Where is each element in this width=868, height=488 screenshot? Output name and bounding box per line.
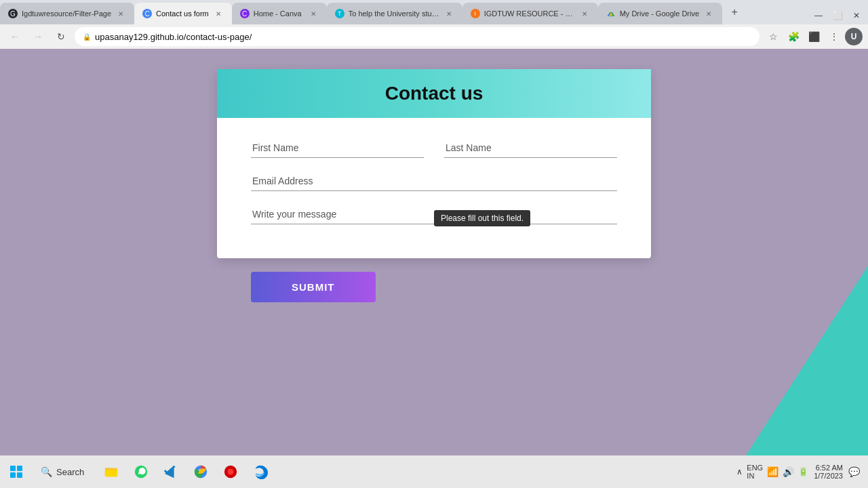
last-name-input[interactable] [444,138,617,158]
profile-sync-button[interactable]: ⬛ [804,27,823,46]
decorative-shape [746,266,868,455]
tab-close-5[interactable]: ✕ [579,8,590,19]
email-field-wrapper [251,171,617,191]
validation-tooltip: Please fill out this field. [434,210,530,226]
window-controls: — ⬜ ✕ [810,7,868,24]
lock-icon: 🔒 [83,33,91,41]
tab-close-6[interactable]: ✕ [703,8,714,19]
email-input[interactable] [251,171,617,191]
bookmark-button[interactable]: ☆ [764,27,783,46]
url-bar[interactable]: 🔒 upasanay129.github.io/contact-us-page/ [75,27,760,46]
tab-university[interactable]: T To help the University stud... ✕ [327,3,462,24]
form-header: Contact us [217,69,651,118]
name-row [251,138,617,158]
tab-favicon-2: C [142,9,152,18]
tab-close-1[interactable]: ✕ [115,8,126,19]
tab-title-4: To help the University stud... [349,9,439,18]
tab-close-2[interactable]: ✕ [213,8,224,19]
tab-favicon-3: C [240,9,250,18]
minimize-button[interactable]: — [810,7,827,24]
taskbar: 🔍 Search [0,455,868,488]
profile-avatar[interactable]: U [845,28,863,45]
tab-title-3: Home - Canva [254,9,304,18]
message-field-wrapper: Please fill out this field. [251,205,617,224]
windows-logo [10,466,22,478]
taskbar-chrome[interactable] [187,458,214,485]
extension-button[interactable]: 🧩 [784,27,803,46]
close-window-button[interactable]: ✕ [848,7,865,24]
search-icon: 🔍 [41,466,52,477]
form-body: Please fill out this field. [217,118,651,258]
address-bar: ← → ↻ 🔒 upasanay129.github.io/contact-us… [0,24,868,49]
svg-marker-3 [746,266,868,455]
tab-close-3[interactable]: ✕ [308,8,319,19]
form-title: Contact us [244,83,624,104]
last-name-field [444,138,617,158]
time: 6:52 AM [816,464,843,472]
taskbar-edge[interactable] [247,458,274,485]
taskbar-vscode[interactable] [157,458,184,485]
contact-form-card: Contact us Please fill out this fie [217,69,651,258]
taskbar-right: ∧ ENGIN 📶 🔊 🔋 6:52 AM 1/7/2023 💬 [736,464,868,480]
tab-title-2: Contact us form [156,9,209,18]
tab-igdtuw[interactable]: G Igdtuwresource/Filter-Page ✕ [0,3,134,24]
message-row: Please fill out this field. [251,205,617,224]
taskbar-search[interactable]: 🔍 Search [33,460,92,484]
back-button[interactable]: ← [5,27,24,46]
tab-favicon-1: G [8,9,18,18]
tab-contact[interactable]: C Contact us form ✕ [134,3,232,24]
taskbar-file-explorer[interactable] [98,458,125,485]
submit-area: SUBMIT [217,272,651,302]
system-tray: ∧ ENGIN 📶 🔊 🔋 [736,464,808,480]
more-options-button[interactable]: ⋮ [825,27,844,46]
refresh-button[interactable]: ↻ [52,27,71,46]
tab-favicon-4: T [335,9,344,18]
first-name-field [251,138,424,158]
first-name-input[interactable] [251,138,424,158]
tab-close-4[interactable]: ✕ [443,8,454,19]
taskbar-recording[interactable] [217,458,244,485]
browser-actions: ☆ 🧩 ⬛ ⋮ U [764,27,863,46]
svg-rect-6 [105,470,117,476]
browser-chrome: G Igdtuwresource/Filter-Page ✕ C Contact… [0,0,868,49]
tray-icons[interactable]: ∧ [736,467,743,476]
forward-button[interactable]: → [28,27,47,46]
tab-canva[interactable]: C Home - Canva ✕ [232,3,327,24]
tab-igdtuw-resource[interactable]: I IGDTUW RESOURCE - Vide... ✕ [462,3,598,24]
tab-favicon-6 [606,9,616,18]
start-button[interactable] [0,455,33,488]
url-text: upasanay129.github.io/contact-us-page/ [95,32,751,42]
page-content: Contact us Please fill out this fie [0,49,868,455]
datetime[interactable]: 6:52 AM 1/7/2023 [814,464,843,480]
tab-title-1: Igdtuwresource/Filter-Page [22,9,111,18]
taskbar-whatsapp[interactable] [127,458,155,485]
submit-button[interactable]: SUBMIT [251,272,376,302]
battery-icon: 🔋 [798,467,808,476]
maximize-button[interactable]: ⬜ [829,7,846,24]
taskbar-apps [92,458,279,485]
volume-icon: 🔊 [783,466,794,477]
search-label: Search [56,467,84,477]
notification-icon[interactable]: 💬 [848,466,860,477]
email-row [251,171,617,191]
tab-bar: G Igdtuwresource/Filter-Page ✕ C Contact… [0,0,868,24]
new-tab-button[interactable]: + [725,3,744,22]
keyboard-lang: ENGIN [747,464,763,480]
svg-point-12 [228,468,234,474]
tab-title-6: My Drive - Google Drive [620,9,699,18]
tab-favicon-5: I [471,9,480,18]
tab-drive[interactable]: My Drive - Google Drive ✕ [598,3,722,24]
date: 1/7/2023 [814,472,843,480]
wifi-icon: 📶 [767,466,778,477]
tab-title-5: IGDTUW RESOURCE - Vide... [484,9,575,18]
